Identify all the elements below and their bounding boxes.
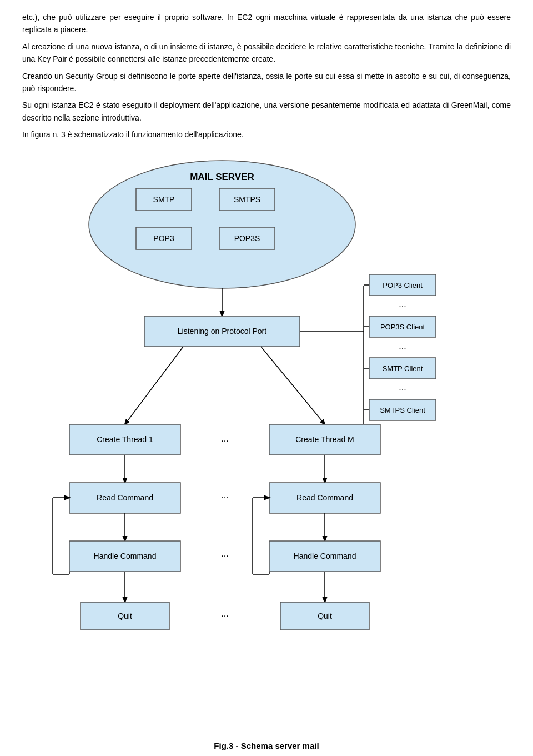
quit1-label: Quit [118,612,132,620]
smtps-label: SMTPS [234,195,260,204]
svg-line-17 [125,347,183,424]
dots-3: ··· [399,385,406,394]
mail-server-label: MAIL SERVER [190,172,254,182]
diagram: MAIL SERVER SMTP SMTPS POP3 POP3S Listen… [28,152,505,750]
paragraph-5: In figura n. 3 è schematizzato il funzio… [22,128,511,141]
dots-handle: ··· [221,551,228,560]
smtp-label: SMTP [153,195,175,204]
quitm-label: Quit [318,612,332,620]
read-command1-label: Read Command [97,493,153,502]
handle-command1-label: Handle Command [94,552,157,560]
listening-label: Listening on Protocol Port [178,327,266,336]
create-threadm-label: Create Thread M [295,435,354,444]
read-commandm-label: Read Command [296,493,353,502]
dots-2: ··· [399,343,406,353]
pop3-client-label: POP3 Client [383,281,423,289]
smtps-client-label: SMTPS Client [380,406,425,414]
paragraph-1: etc.), che può utilizzare per eseguire i… [22,11,511,36]
figure-caption: Fig.3 - Schema server mail [28,741,505,750]
dots-threads: ··· [221,436,228,445]
paragraph-2: Al creazione di una nuova istanza, o di … [22,41,511,66]
text-content: etc.), che può utilizzare per eseguire i… [22,11,511,141]
create-thread1-label: Create Thread 1 [97,435,153,444]
smtp-client-label: SMTP Client [383,364,423,373]
pop3-label: POP3 [153,234,174,243]
svg-line-18 [261,347,325,424]
pop3s-client-label: POP3S Client [380,323,425,331]
dots-1: ··· [399,302,406,311]
dots-quit: ··· [221,611,228,620]
paragraph-4: Su ogni istanza EC2 è stato eseguito il … [22,99,511,124]
pop3s-label: POP3S [234,234,260,243]
handle-commandm-label: Handle Command [294,552,356,560]
architecture-diagram: MAIL SERVER SMTP SMTPS POP3 POP3S Listen… [28,152,505,735]
dots-read: ··· [221,493,228,502]
paragraph-3: Creando un Security Group si definiscono… [22,70,511,95]
